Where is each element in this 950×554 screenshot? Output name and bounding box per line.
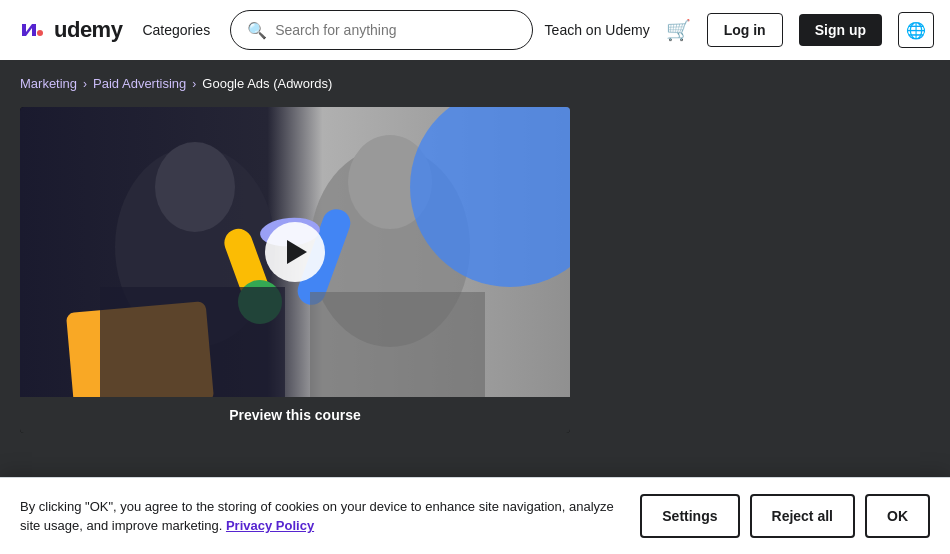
svg-point-4 bbox=[155, 142, 235, 232]
preview-label: Preview this course bbox=[20, 397, 570, 433]
breadcrumb: Marketing › Paid Advertising › Google Ad… bbox=[0, 60, 950, 107]
cookie-text: By clicking "OK", you agree to the stori… bbox=[20, 497, 620, 536]
play-icon bbox=[287, 240, 307, 264]
cookie-banner: By clicking "OK", you agree to the stori… bbox=[0, 477, 950, 554]
udemy-logo-icon bbox=[16, 14, 48, 46]
video-thumbnail bbox=[20, 107, 570, 397]
search-icon: 🔍 bbox=[247, 21, 267, 40]
ok-button[interactable]: OK bbox=[865, 494, 930, 538]
breadcrumb-current: Google Ads (Adwords) bbox=[202, 76, 332, 91]
globe-icon: 🌐 bbox=[906, 21, 926, 40]
logo-text: udemy bbox=[54, 17, 122, 43]
header: udemy Categories 🔍 Teach on Udemy 🛒 Log … bbox=[0, 0, 950, 60]
svg-rect-13 bbox=[100, 287, 285, 397]
breadcrumb-marketing[interactable]: Marketing bbox=[20, 76, 77, 91]
cookie-message: By clicking "OK", you agree to the stori… bbox=[20, 499, 614, 534]
svg-point-1 bbox=[37, 30, 43, 36]
privacy-policy-link[interactable]: Privacy Policy bbox=[226, 518, 314, 533]
teach-link[interactable]: Teach on Udemy bbox=[545, 22, 650, 38]
settings-button[interactable]: Settings bbox=[640, 494, 739, 538]
course-layout: Preview this course bbox=[0, 107, 950, 433]
cart-icon[interactable]: 🛒 bbox=[666, 18, 691, 42]
breadcrumb-paid-advertising[interactable]: Paid Advertising bbox=[93, 76, 186, 91]
header-right: Teach on Udemy 🛒 Log in Sign up 🌐 bbox=[545, 12, 934, 48]
breadcrumb-sep-1: › bbox=[83, 77, 87, 91]
login-button[interactable]: Log in bbox=[707, 13, 783, 47]
logo[interactable]: udemy bbox=[16, 14, 122, 46]
play-button[interactable] bbox=[265, 222, 325, 282]
reject-all-button[interactable]: Reject all bbox=[750, 494, 855, 538]
cookie-buttons: Settings Reject all OK bbox=[640, 494, 930, 538]
language-button[interactable]: 🌐 bbox=[898, 12, 934, 48]
signup-button[interactable]: Sign up bbox=[799, 14, 882, 46]
categories-button[interactable]: Categories bbox=[134, 18, 218, 42]
breadcrumb-sep-2: › bbox=[192, 77, 196, 91]
search-input[interactable] bbox=[275, 22, 515, 38]
search-bar: 🔍 bbox=[230, 10, 532, 50]
svg-rect-14 bbox=[310, 292, 485, 397]
video-container: Preview this course bbox=[20, 107, 570, 433]
